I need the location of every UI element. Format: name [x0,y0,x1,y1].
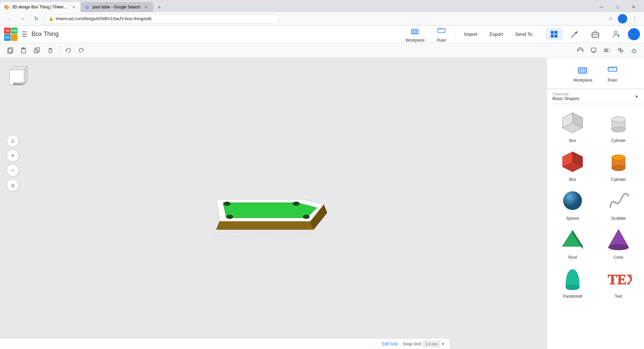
magnet-tool[interactable] [574,44,586,56]
view-cube[interactable]: RIGHT [7,64,34,91]
svg-point-59 [303,215,310,219]
extensions-icon[interactable]: ⋮ [629,13,640,24]
workplane-label: Workplane [406,38,425,43]
svg-rect-30 [591,48,596,52]
edit-grid-label[interactable]: Edit Grid [382,342,398,346]
user-add-icon [612,30,621,39]
add-user-button[interactable] [607,28,625,41]
shape-cone-purple[interactable]: Cone [598,226,639,260]
mirror-tool[interactable] [601,44,613,56]
hamburger-menu[interactable]: ☰ [21,30,28,38]
shape-scribble-label: Scribble [611,216,626,221]
header-right: Workplane Ruler Import Export Se [401,24,640,45]
star-icon[interactable]: ☆ [605,13,616,24]
ruler-icon [437,26,446,37]
panel-ruler-label: Ruler [608,78,618,83]
logo-tr: KER [11,28,18,34]
svg-rect-14 [551,35,554,38]
minimize-button[interactable]: — [594,2,609,12]
address-bar[interactable]: 🔒 tinkercad.com/things/bIStBV1SwJV-box-t… [44,14,279,23]
fit-view-button[interactable]: ◎ [7,179,19,191]
user-avatar[interactable]: 👤 [628,28,640,40]
shape-cylinder-orange-label: Cylinder [611,177,626,182]
tab-google-close[interactable]: ✕ [143,4,149,10]
panel-category-selector[interactable]: Tinkercad Basic Shapes ▼ [547,89,644,104]
shape-cylinder-gray[interactable]: Cylinder [598,109,639,143]
shape-cylinder-orange[interactable]: Cylinder [598,148,639,182]
back-button[interactable]: ← [4,13,15,24]
browser-chrome: 🎨 3D design Box Thing | Tinkercad ✕ G po… [0,0,644,26]
snap-unit-chevron[interactable]: ▾ [442,342,444,346]
align-tool[interactable] [614,44,627,56]
svg-rect-32 [607,49,610,52]
send-to-button[interactable]: Send To [511,30,537,39]
shape-roof-green-label: Roof [569,255,577,260]
panel-ruler-button[interactable]: Ruler [604,62,621,85]
svg-point-58 [226,215,233,219]
logo-tl: TIN [4,28,11,34]
duplicate-tool[interactable] [31,44,43,56]
new-tab-button[interactable]: + [155,3,164,12]
tab-tinkercad[interactable]: 🎨 3D design Box Thing | Tinkercad ✕ [0,2,80,12]
import-button[interactable]: Import [460,30,482,39]
copy-tool[interactable] [4,44,16,56]
shape-scribble[interactable]: Scribble [598,187,639,221]
shape-box-red[interactable]: Box [552,148,593,182]
snap-grid-label: Snap Grid [403,342,421,346]
redo-tool[interactable] [75,44,88,56]
shape-text-label: Text [615,294,622,299]
tab-google[interactable]: G pool table - Google Search ✕ [80,2,153,12]
grid-view-button[interactable] [545,28,563,40]
annotation-tool[interactable] [588,44,600,56]
delete-tool[interactable] [44,44,56,56]
shape-scribble-thumb [602,187,635,214]
build-button[interactable] [566,28,584,41]
export-button[interactable]: Export [485,30,507,39]
zoom-home-button[interactable]: ⌂ [7,135,19,147]
panel-workplane-button[interactable]: Workplane [570,62,596,85]
zoom-in-button[interactable]: + [7,150,19,162]
google-favicon: G [85,4,90,10]
workplane-button[interactable]: Workplane [401,24,429,45]
close-button[interactable]: ✕ [626,2,641,12]
shape-roof-green-thumb [556,226,589,253]
canvas-area[interactable]: RIGHT ⌂ + − ◎ [0,58,547,349]
shape-cylinder-gray-thumb [602,109,635,136]
shape-box-red-label: Box [569,177,576,182]
logo-br [11,34,18,41]
flip-tool[interactable] [628,44,640,56]
view-cube-label: RIGHT [13,82,23,86]
forward-button[interactable]: → [17,13,28,24]
shape-sphere-blue[interactable]: Sphere [552,187,593,221]
shape-paraboloid-teal[interactable]: Paraboloid [552,265,593,299]
ruler-label: Ruler [437,38,446,43]
undo-tool[interactable] [62,44,74,56]
svg-point-82 [612,127,625,132]
tab-google-title: pool table - Google Search [93,5,141,9]
panel-collapse-button[interactable]: › [547,197,547,210]
shape-text-red[interactable]: TEXT Text [598,265,639,299]
omnibar-right: ☆ 👤 ⋮ [605,13,640,24]
tab-tinkercad-close[interactable]: ✕ [70,4,76,10]
ruler-button[interactable]: Ruler [432,24,451,45]
workplane-icon [410,26,420,37]
zoom-out-button[interactable]: − [7,164,19,177]
pool-table-3d [200,156,334,251]
shape-roof-green[interactable]: Roof [552,226,593,260]
profile-button[interactable]: 👤 [617,13,628,24]
panel-category-value: Basic Shapes [552,96,579,101]
reload-button[interactable]: ↻ [31,13,42,24]
svg-rect-21 [8,49,12,53]
snap-grid-value[interactable]: 1.0 mm [423,341,440,347]
window-controls: — □ ✕ [594,2,644,12]
svg-rect-35 [618,49,621,50]
projects-button[interactable] [586,28,604,41]
shape-box-gray-thumb [556,109,589,136]
paste-tool[interactable] [17,44,30,56]
shape-cone-purple-thumb [602,226,635,253]
maximize-button[interactable]: □ [610,2,625,12]
shape-box-gray-label: Box [569,138,576,143]
shape-box-gray[interactable]: Box [552,109,593,143]
right-panel: Workplane Ruler Tinkercad [547,58,644,349]
category-dropdown-arrow[interactable]: ▼ [635,94,639,99]
